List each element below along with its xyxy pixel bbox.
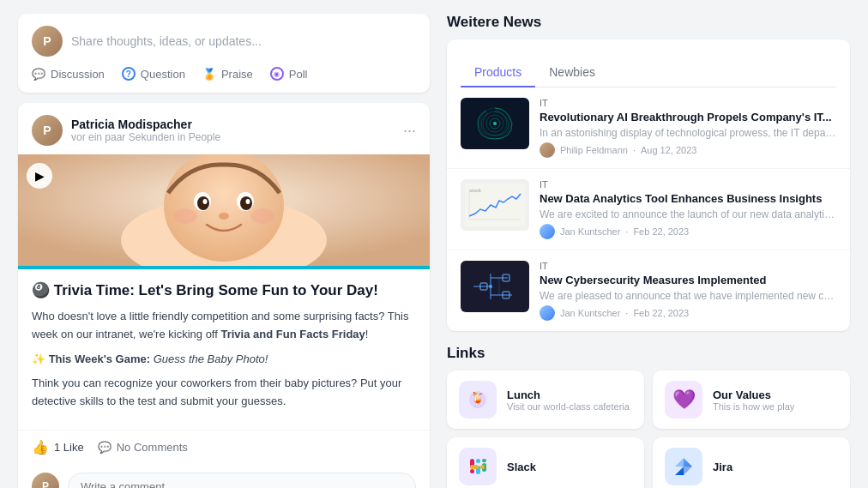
discussion-button[interactable]: 💬 Discussion — [32, 67, 105, 81]
question-icon: ? — [122, 67, 136, 81]
tab-newbies[interactable]: Newbies — [535, 58, 609, 87]
links-section: Links 🍹 Lunch Visit our world-class cafe… — [447, 345, 850, 488]
values-info: Our Values This is how we play — [713, 389, 794, 412]
svg-point-9 — [219, 213, 229, 220]
svg-point-8 — [246, 199, 250, 204]
slack-info: Slack — [507, 461, 536, 473]
news-content-3: IT New Cybersecurity Measures Implemente… — [539, 261, 836, 321]
lunch-name: Lunch — [507, 389, 630, 401]
poll-label: Poll — [289, 68, 308, 81]
video-play-overlay[interactable]: ▶ — [27, 163, 52, 189]
question-label: Question — [141, 68, 185, 81]
svg-text:stock: stock — [469, 188, 482, 193]
user-avatar: P — [32, 26, 63, 57]
tab-products[interactable]: Products — [461, 58, 535, 87]
comments-button[interactable]: 💬 No Comments — [98, 441, 188, 454]
slack-icon — [459, 448, 497, 485]
post-image: ▶ — [18, 154, 430, 266]
post-body: Who doesn't love a little friendly compe… — [32, 308, 416, 344]
news-author-avatar-1 — [539, 142, 555, 158]
author-avatar: P — [32, 115, 63, 146]
post-game-title-bold: This Week's Game: — [49, 352, 154, 365]
svg-rect-35 — [470, 469, 474, 473]
svg-point-5 — [197, 196, 209, 210]
praise-label: Praise — [221, 68, 253, 81]
news-item-2[interactable]: stock IT New Data Analytics Tool Enhance… — [447, 169, 850, 250]
svg-point-2 — [164, 154, 284, 262]
news-date-separator-3: · — [625, 308, 628, 318]
discussion-icon: 💬 — [32, 68, 45, 81]
post-header: P Patricia Modispacher vor ein paar Seku… — [18, 103, 430, 154]
post-card: P Patricia Modispacher vor ein paar Seku… — [18, 103, 430, 488]
post-body-game: ✨ This Week's Game: Guess the Baby Photo… — [32, 351, 416, 369]
news-date-3: Feb 22, 2023 — [633, 308, 689, 318]
post-author: P Patricia Modispacher vor ein paar Seku… — [32, 115, 220, 146]
svg-point-10 — [173, 208, 197, 224]
ai-spiral-svg — [469, 102, 521, 145]
praise-button[interactable]: 🏅 Praise — [202, 67, 253, 81]
thumbs-up-icon: 👍 — [32, 439, 49, 455]
slack-name: Slack — [507, 461, 536, 473]
news-tag-1: IT — [539, 98, 836, 108]
svg-rect-40 — [470, 465, 479, 469]
author-name: Patricia Modispacher — [71, 117, 220, 131]
discussion-label: Discussion — [51, 68, 105, 81]
news-title-2: New Data Analytics Tool Enhances Busines… — [539, 192, 836, 205]
post-body-bold: Trivia and Fun Facts Friday — [220, 328, 365, 340]
like-count: 1 Like — [54, 441, 84, 454]
news-thumb-1 — [461, 98, 529, 149]
news-content-2: IT New Data Analytics Tool Enhances Busi… — [539, 179, 836, 239]
commenter-avatar: P — [32, 473, 59, 488]
more-options-button[interactable]: ··· — [403, 123, 416, 138]
news-date-1: Aug 12, 2023 — [641, 145, 696, 155]
post-footer: 👍 1 Like 💬 No Comments — [18, 430, 430, 464]
news-author-avatar-3 — [539, 305, 555, 321]
comment-input[interactable] — [68, 473, 416, 488]
poll-button[interactable]: ◉ Poll — [270, 67, 308, 81]
jira-icon — [665, 448, 702, 485]
comment-input-row: P — [18, 464, 430, 488]
links-title: Links — [447, 345, 850, 362]
jira-info: Jira — [713, 461, 732, 473]
news-author-1: Philip Feldmann — [560, 145, 628, 155]
play-icon: ▶ — [35, 169, 45, 183]
news-author-2: Jan Kuntscher — [560, 226, 620, 237]
question-button[interactable]: ? Question — [122, 67, 185, 81]
link-card-values[interactable]: 💜 Our Values This is how we play — [653, 371, 850, 429]
analytics-chart-svg: stock — [465, 184, 525, 226]
news-author-3: Jan Kuntscher — [560, 308, 620, 318]
author-meta: vor ein paar Sekunden in People — [71, 131, 220, 143]
baby-photo-svg — [18, 154, 430, 266]
praise-icon: 🏅 — [202, 68, 216, 81]
post-game-label: ✨ — [32, 352, 49, 365]
news-date-separator-1: · — [633, 145, 636, 155]
news-excerpt-1: In an astonishing display of technologic… — [539, 127, 836, 139]
svg-point-7 — [203, 199, 208, 204]
post-game-italic: Guess the Baby Photo! — [154, 352, 268, 365]
lunch-desc: Visit our world-class cafeteria — [507, 401, 630, 412]
link-card-jira[interactable]: Jira — [653, 437, 850, 488]
svg-rect-41 — [480, 465, 485, 469]
compose-box: P Share thoughts, ideas, or updates... 💬… — [18, 14, 430, 93]
svg-point-11 — [250, 208, 274, 224]
link-card-lunch[interactable]: 🍹 Lunch Visit our world-class cafeteria — [447, 371, 644, 429]
link-card-slack[interactable]: Slack — [447, 437, 644, 488]
news-item-3[interactable]: IT New Cybersecurity Measures Implemente… — [447, 250, 850, 331]
compose-top: P Share thoughts, ideas, or updates... — [32, 26, 416, 57]
svg-point-6 — [240, 196, 252, 210]
comment-icon: 💬 — [98, 441, 112, 454]
news-meta-2: Jan Kuntscher · Feb 22, 2023 — [539, 224, 836, 239]
news-content-1: IT Revolutionary AI Breakthrough Propels… — [539, 98, 836, 158]
jira-name: Jira — [713, 461, 732, 473]
news-section-title: Weitere News — [447, 14, 850, 31]
compose-placeholder[interactable]: Share thoughts, ideas, or updates... — [71, 34, 262, 48]
post-title: 🎱 Trivia Time: Let's Bring Some Fun to Y… — [32, 281, 416, 299]
news-date-2: Feb 22, 2023 — [633, 226, 689, 237]
like-button[interactable]: 👍 1 Like — [32, 439, 84, 455]
cyber-circuit-svg — [465, 265, 525, 308]
lunch-info: Lunch Visit our world-class cafeteria — [507, 389, 630, 412]
news-item-1[interactable]: IT Revolutionary AI Breakthrough Propels… — [447, 87, 850, 169]
lunch-icon: 🍹 — [459, 381, 497, 419]
post-body-desc: Think you can recognize your coworkers f… — [32, 375, 416, 411]
news-meta-1: Philip Feldmann · Aug 12, 2023 — [539, 142, 836, 158]
